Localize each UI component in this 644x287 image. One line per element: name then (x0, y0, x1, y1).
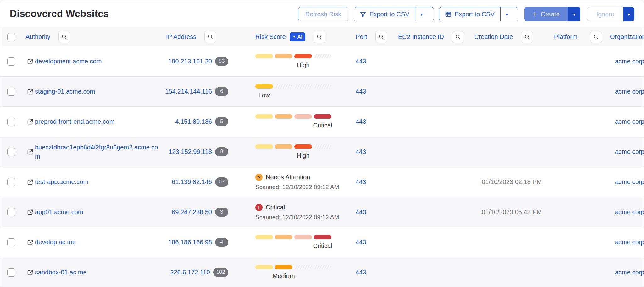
external-link-icon[interactable] (27, 149, 34, 155)
port-search-button[interactable] (375, 31, 387, 43)
row-checkbox[interactable] (7, 208, 15, 216)
organization-link[interactable]: acme corp (615, 148, 644, 155)
table-row: sandbox-01.ac.me 226.6.172.110 102 Mediu… (0, 257, 644, 287)
ec2-instance-id-search-button[interactable] (452, 31, 464, 43)
row-checkbox[interactable] (7, 148, 15, 156)
organization-link[interactable]: acme corp (615, 208, 644, 216)
port-link[interactable]: 443 (356, 88, 366, 95)
row-checkbox[interactable] (7, 178, 15, 186)
port-link[interactable]: 443 (356, 148, 366, 155)
create-main[interactable]: + Create (524, 7, 568, 21)
create-dropdown[interactable]: ▾ (568, 7, 580, 21)
ignore-main[interactable]: Ignore (587, 7, 623, 21)
authority-link[interactable]: sandbox-01.ac.me (35, 268, 87, 277)
external-link-icon[interactable] (27, 209, 34, 216)
risk-status: !CriticalScanned: 12/10/2022 09:12 AM (255, 204, 339, 221)
authority-link[interactable]: preprod-front-end.acme.com (35, 117, 114, 126)
ip-address-link[interactable]: 69.247.238.50 (172, 208, 212, 216)
port-link[interactable]: 443 (356, 118, 366, 125)
ip-address-link[interactable]: 226.6.172.110 (170, 269, 210, 276)
caret-down-icon: ▾ (506, 12, 508, 17)
platform-search-button[interactable] (590, 31, 602, 43)
ip-address-link[interactable]: 123.152.99.118 (169, 148, 212, 155)
risk-score-cell: Critical (255, 107, 340, 137)
column-header-creation-date[interactable]: Creation Date (474, 33, 513, 41)
row-checkbox[interactable] (7, 238, 15, 246)
port-link[interactable]: 443 (356, 58, 366, 65)
port-link[interactable]: 443 (356, 239, 366, 246)
column-header-ip-address[interactable]: IP Address (166, 33, 196, 41)
ip-address-link[interactable]: 61.139.82.146 (172, 178, 212, 186)
export-csv-all-button[interactable]: Export to CSV ▾ (439, 7, 518, 21)
risk-score-cell: Needs AttentionScanned: 12/10/2022 09:12… (255, 167, 340, 197)
column-header-ec2-instance-id[interactable]: EC2 Instance ID (398, 33, 444, 41)
risk-segment-empty (314, 265, 331, 269)
scanned-timestamp: Scanned: 12/10/2022 09:12 AM (255, 184, 339, 191)
organization-link[interactable]: acme corp (615, 239, 644, 246)
risk-meter-bars (255, 235, 331, 239)
authority-link[interactable]: develop.ac.me (35, 238, 76, 247)
table-row: development.acme.com 190.213.161.20 53 H… (0, 46, 644, 77)
column-header-authority[interactable]: Authority (25, 33, 50, 41)
creation-date-search-button[interactable] (521, 31, 533, 43)
ignore-dropdown[interactable]: ▾ (623, 7, 634, 21)
risk-meter-bars (255, 114, 331, 119)
ip-address-search-button[interactable] (204, 31, 216, 43)
risk-level-label: Medium (272, 273, 295, 280)
authority-search-button[interactable] (58, 31, 70, 43)
row-checkbox[interactable] (7, 88, 15, 96)
table-body: development.acme.com 190.213.161.20 53 H… (0, 46, 644, 287)
column-header-port[interactable]: Port (356, 33, 367, 41)
port-link[interactable]: 443 (356, 208, 366, 216)
external-link-icon[interactable] (27, 58, 34, 65)
export-csv-filtered-button[interactable]: Export to CSV ▾ (354, 7, 434, 21)
external-link-icon[interactable] (27, 269, 34, 276)
ai-badge: ✦ AI (290, 32, 305, 41)
authority-link[interactable]: test-app.acme.com (35, 177, 88, 187)
refresh-risk-button[interactable]: Refresh Risk (298, 7, 348, 21)
risk-meter: Critical (255, 114, 331, 129)
organization-link[interactable]: acme corp (615, 58, 644, 65)
risk-segment-yellow_muted (255, 265, 273, 269)
external-link-icon[interactable] (27, 239, 34, 246)
external-link-icon[interactable] (27, 88, 34, 95)
filter-funnel-icon (360, 11, 366, 18)
organization-link[interactable]: acme corp (615, 88, 644, 95)
authority-link[interactable]: development.acme.com (35, 57, 102, 66)
create-button[interactable]: + Create ▾ (524, 7, 582, 21)
risk-status-label: Needs Attention (266, 174, 310, 181)
export-csv-all-main[interactable]: Export to CSV (439, 7, 500, 21)
ip-address-link[interactable]: 186.186.166.98 (168, 239, 212, 246)
ip-address-link[interactable]: 154.214.144.116 (165, 88, 212, 95)
organization-link[interactable]: acme corp (615, 269, 644, 276)
risk-segment-orange_active (294, 144, 312, 149)
risk-status: Needs AttentionScanned: 12/10/2022 09:12… (255, 174, 339, 191)
organization-link[interactable]: acme corp (615, 118, 644, 125)
row-checkbox[interactable] (7, 57, 15, 66)
risk-meter: High (255, 54, 331, 69)
authority-link[interactable]: app01.acme.com (35, 208, 83, 217)
risk-segment-orange_muted (275, 144, 292, 149)
issue-count-badge: 5 (215, 117, 228, 126)
column-header-risk-score[interactable]: Risk Score (255, 33, 286, 41)
authority-link[interactable]: staging-01.acme.com (35, 87, 95, 96)
column-header-platform[interactable]: Platform (554, 33, 577, 41)
port-link[interactable]: 443 (356, 269, 366, 276)
export-csv-all-dropdown[interactable]: ▾ (500, 7, 513, 21)
export-csv-filtered-main[interactable]: Export to CSV (354, 7, 415, 21)
column-header-organization[interactable]: Organization (610, 33, 644, 41)
select-all-checkbox[interactable] (7, 33, 15, 41)
row-checkbox[interactable] (7, 118, 15, 126)
export-csv-filtered-dropdown[interactable]: ▾ (415, 7, 428, 21)
row-checkbox[interactable] (7, 268, 15, 277)
ip-address-link[interactable]: 4.151.89.136 (175, 118, 212, 125)
organization-link[interactable]: acme corp (615, 178, 644, 186)
creation-date-value: 01/10/2023 05:43 PM (482, 208, 542, 216)
ignore-button[interactable]: Ignore ▾ (587, 7, 634, 21)
ip-address-link[interactable]: 190.213.161.20 (168, 58, 212, 65)
external-link-icon[interactable] (27, 118, 34, 125)
port-link[interactable]: 443 (356, 178, 366, 186)
risk-score-search-button[interactable] (314, 31, 325, 43)
external-link-icon[interactable] (27, 179, 34, 186)
risk-segment-empty (294, 265, 312, 269)
